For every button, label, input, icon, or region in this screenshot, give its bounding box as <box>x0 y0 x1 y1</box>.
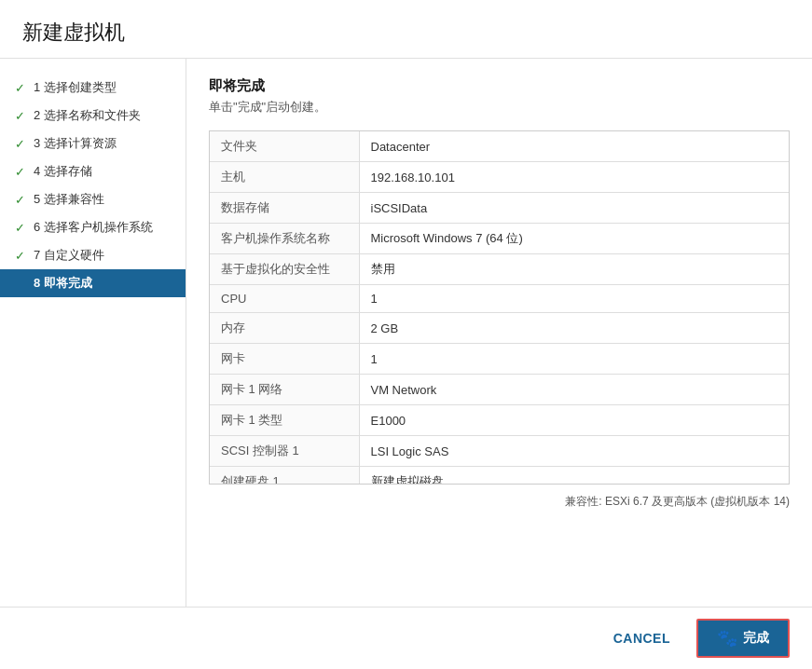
row-key: 内存 <box>210 313 359 344</box>
check-icon-2: ✓ <box>15 109 28 123</box>
compat-note: 兼容性: ESXi 6.7 及更高版本 (虚拟机版本 14) <box>209 494 790 510</box>
row-key: 网卡 <box>210 344 359 375</box>
row-value: 192.168.10.101 <box>359 162 789 193</box>
cancel-button[interactable]: CANCEL <box>599 623 685 653</box>
finish-label: 完成 <box>743 630 769 647</box>
row-value: 禁用 <box>359 254 789 285</box>
row-key: 基于虚拟化的安全性 <box>210 254 359 285</box>
new-vm-dialog: 新建虚拟机 ✓ 1 选择创建类型 ✓ 2 选择名称和文件夹 ✓ 3 选择计算资源… <box>0 0 812 669</box>
row-value: 2 GB <box>359 313 789 344</box>
row-key: 客户机操作系统名称 <box>210 224 359 254</box>
table-row: 基于虚拟化的安全性禁用 <box>210 254 789 285</box>
check-icon-1: ✓ <box>15 81 28 95</box>
row-key: 网卡 1 类型 <box>210 405 359 436</box>
sidebar-step-4: 4 选择存储 <box>34 163 92 180</box>
row-value: Microsoft Windows 7 (64 位) <box>359 224 789 254</box>
sidebar-step-5: 5 选择兼容性 <box>34 191 104 208</box>
dialog-header: 新建虚拟机 <box>0 0 812 59</box>
row-value: Datacenter <box>359 131 789 162</box>
sidebar-step-7: 7 自定义硬件 <box>34 247 104 264</box>
table-row: 网卡1 <box>210 344 789 375</box>
summary-table-wrapper: 文件夹Datacenter主机192.168.10.101数据存储iSCSIDa… <box>209 130 790 485</box>
finish-button[interactable]: 🐾 完成 <box>696 619 790 658</box>
finish-icon: 🐾 <box>717 628 737 649</box>
table-row: 客户机操作系统名称Microsoft Windows 7 (64 位) <box>210 224 789 254</box>
section-subtitle: 单击"完成"启动创建。 <box>209 99 790 116</box>
sidebar-item-6[interactable]: ✓ 6 选择客户机操作系统 <box>0 213 186 241</box>
row-key: SCSI 控制器 1 <box>210 436 359 467</box>
table-row: 网卡 1 类型E1000 <box>210 405 789 436</box>
dialog-title: 新建虚拟机 <box>22 19 790 47</box>
sidebar-item-5[interactable]: ✓ 5 选择兼容性 <box>0 185 186 213</box>
check-icon-7: ✓ <box>15 249 28 263</box>
sidebar-item-7[interactable]: ✓ 7 自定义硬件 <box>0 241 186 269</box>
row-key: CPU <box>210 285 359 313</box>
table-row: 数据存储iSCSIData <box>210 193 789 224</box>
sidebar-item-1[interactable]: ✓ 1 选择创建类型 <box>0 74 186 102</box>
table-row: 文件夹Datacenter <box>210 131 789 162</box>
dialog-footer: CANCEL 🐾 完成 <box>0 607 812 669</box>
sidebar-item-3[interactable]: ✓ 3 选择计算资源 <box>0 130 186 157</box>
check-icon-3: ✓ <box>15 137 28 151</box>
row-key: 创建硬盘 1 <box>210 467 359 485</box>
sidebar-step-6: 6 选择客户机操作系统 <box>34 219 153 236</box>
check-icon-5: ✓ <box>15 193 28 207</box>
sidebar-step-2: 2 选择名称和文件夹 <box>34 107 141 124</box>
row-value: 1 <box>359 285 789 313</box>
sidebar-item-8[interactable]: 8 即将完成 <box>0 269 186 297</box>
sidebar-item-2[interactable]: ✓ 2 选择名称和文件夹 <box>0 102 186 130</box>
sidebar-item-4[interactable]: ✓ 4 选择存储 <box>0 157 186 185</box>
dialog-body: ✓ 1 选择创建类型 ✓ 2 选择名称和文件夹 ✓ 3 选择计算资源 ✓ 4 选… <box>0 59 812 607</box>
row-value: LSI Logic SAS <box>359 436 789 467</box>
row-value: E1000 <box>359 405 789 436</box>
row-key: 文件夹 <box>210 131 359 162</box>
row-value: VM Network <box>359 375 789 405</box>
row-key: 主机 <box>210 162 359 193</box>
table-row: 创建硬盘 1新建虚拟磁盘 <box>210 467 789 485</box>
check-icon-4: ✓ <box>15 165 28 179</box>
row-value: 新建虚拟磁盘 <box>359 467 789 485</box>
row-value: 1 <box>359 344 789 375</box>
table-row: 网卡 1 网络VM Network <box>210 375 789 405</box>
section-title: 即将完成 <box>209 77 790 95</box>
row-key: 数据存储 <box>210 193 359 224</box>
sidebar: ✓ 1 选择创建类型 ✓ 2 选择名称和文件夹 ✓ 3 选择计算资源 ✓ 4 选… <box>0 59 186 607</box>
summary-table: 文件夹Datacenter主机192.168.10.101数据存储iSCSIDa… <box>210 131 789 485</box>
sidebar-step-1: 1 选择创建类型 <box>34 79 117 96</box>
row-value: iSCSIData <box>359 193 789 224</box>
table-row: CPU1 <box>210 285 789 313</box>
main-content: 即将完成 单击"完成"启动创建。 文件夹Datacenter主机192.168.… <box>186 59 812 607</box>
table-row: 主机192.168.10.101 <box>210 162 789 193</box>
sidebar-step-3: 3 选择计算资源 <box>34 135 117 152</box>
table-row: 内存2 GB <box>210 313 789 344</box>
row-key: 网卡 1 网络 <box>210 375 359 405</box>
table-row: SCSI 控制器 1LSI Logic SAS <box>210 436 789 467</box>
sidebar-step-8: 8 即将完成 <box>34 275 92 292</box>
check-icon-6: ✓ <box>15 221 28 235</box>
